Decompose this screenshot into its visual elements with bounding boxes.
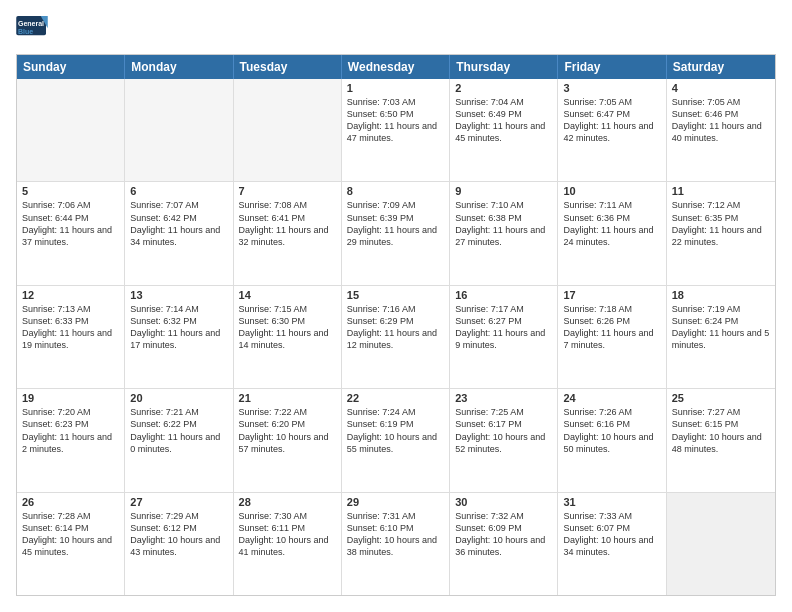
- calendar-cell: 30Sunrise: 7:32 AM Sunset: 6:09 PM Dayli…: [450, 493, 558, 595]
- header-friday: Friday: [558, 55, 666, 79]
- day-number: 28: [239, 496, 336, 508]
- calendar-cell: 3Sunrise: 7:05 AM Sunset: 6:47 PM Daylig…: [558, 79, 666, 181]
- calendar-cell: [234, 79, 342, 181]
- calendar-week-3: 12Sunrise: 7:13 AM Sunset: 6:33 PM Dayli…: [17, 286, 775, 389]
- calendar-cell: [125, 79, 233, 181]
- header-monday: Monday: [125, 55, 233, 79]
- day-number: 6: [130, 185, 227, 197]
- day-number: 20: [130, 392, 227, 404]
- day-number: 27: [130, 496, 227, 508]
- day-number: 25: [672, 392, 770, 404]
- cell-text: Sunrise: 7:10 AM Sunset: 6:38 PM Dayligh…: [455, 199, 552, 248]
- day-number: 17: [563, 289, 660, 301]
- header: General Blue: [16, 16, 776, 44]
- header-saturday: Saturday: [667, 55, 775, 79]
- cell-text: Sunrise: 7:33 AM Sunset: 6:07 PM Dayligh…: [563, 510, 660, 559]
- calendar-cell: 24Sunrise: 7:26 AM Sunset: 6:16 PM Dayli…: [558, 389, 666, 491]
- cell-text: Sunrise: 7:14 AM Sunset: 6:32 PM Dayligh…: [130, 303, 227, 352]
- page: General Blue Sunday Monday Tuesday Wedne…: [0, 0, 792, 612]
- cell-text: Sunrise: 7:28 AM Sunset: 6:14 PM Dayligh…: [22, 510, 119, 559]
- calendar-cell: 20Sunrise: 7:21 AM Sunset: 6:22 PM Dayli…: [125, 389, 233, 491]
- calendar-header: Sunday Monday Tuesday Wednesday Thursday…: [17, 55, 775, 79]
- cell-text: Sunrise: 7:09 AM Sunset: 6:39 PM Dayligh…: [347, 199, 444, 248]
- day-number: 10: [563, 185, 660, 197]
- cell-text: Sunrise: 7:29 AM Sunset: 6:12 PM Dayligh…: [130, 510, 227, 559]
- svg-text:General: General: [18, 20, 44, 27]
- cell-text: Sunrise: 7:21 AM Sunset: 6:22 PM Dayligh…: [130, 406, 227, 455]
- calendar-cell: 10Sunrise: 7:11 AM Sunset: 6:36 PM Dayli…: [558, 182, 666, 284]
- calendar-cell: 27Sunrise: 7:29 AM Sunset: 6:12 PM Dayli…: [125, 493, 233, 595]
- calendar-cell: 16Sunrise: 7:17 AM Sunset: 6:27 PM Dayli…: [450, 286, 558, 388]
- header-wednesday: Wednesday: [342, 55, 450, 79]
- cell-text: Sunrise: 7:25 AM Sunset: 6:17 PM Dayligh…: [455, 406, 552, 455]
- day-number: 13: [130, 289, 227, 301]
- day-number: 1: [347, 82, 444, 94]
- day-number: 3: [563, 82, 660, 94]
- day-number: 23: [455, 392, 552, 404]
- header-thursday: Thursday: [450, 55, 558, 79]
- day-number: 4: [672, 82, 770, 94]
- calendar-cell: 1Sunrise: 7:03 AM Sunset: 6:50 PM Daylig…: [342, 79, 450, 181]
- day-number: 12: [22, 289, 119, 301]
- day-number: 11: [672, 185, 770, 197]
- cell-text: Sunrise: 7:05 AM Sunset: 6:47 PM Dayligh…: [563, 96, 660, 145]
- cell-text: Sunrise: 7:16 AM Sunset: 6:29 PM Dayligh…: [347, 303, 444, 352]
- header-sunday: Sunday: [17, 55, 125, 79]
- calendar-cell: 9Sunrise: 7:10 AM Sunset: 6:38 PM Daylig…: [450, 182, 558, 284]
- day-number: 7: [239, 185, 336, 197]
- calendar-cell: 15Sunrise: 7:16 AM Sunset: 6:29 PM Dayli…: [342, 286, 450, 388]
- calendar-week-1: 1Sunrise: 7:03 AM Sunset: 6:50 PM Daylig…: [17, 79, 775, 182]
- calendar-cell: 5Sunrise: 7:06 AM Sunset: 6:44 PM Daylig…: [17, 182, 125, 284]
- cell-text: Sunrise: 7:08 AM Sunset: 6:41 PM Dayligh…: [239, 199, 336, 248]
- cell-text: Sunrise: 7:13 AM Sunset: 6:33 PM Dayligh…: [22, 303, 119, 352]
- day-number: 15: [347, 289, 444, 301]
- cell-text: Sunrise: 7:31 AM Sunset: 6:10 PM Dayligh…: [347, 510, 444, 559]
- day-number: 24: [563, 392, 660, 404]
- calendar-cell: 13Sunrise: 7:14 AM Sunset: 6:32 PM Dayli…: [125, 286, 233, 388]
- calendar-body: 1Sunrise: 7:03 AM Sunset: 6:50 PM Daylig…: [17, 79, 775, 595]
- cell-text: Sunrise: 7:07 AM Sunset: 6:42 PM Dayligh…: [130, 199, 227, 248]
- cell-text: Sunrise: 7:04 AM Sunset: 6:49 PM Dayligh…: [455, 96, 552, 145]
- cell-text: Sunrise: 7:20 AM Sunset: 6:23 PM Dayligh…: [22, 406, 119, 455]
- calendar-cell: 23Sunrise: 7:25 AM Sunset: 6:17 PM Dayli…: [450, 389, 558, 491]
- day-number: 14: [239, 289, 336, 301]
- day-number: 18: [672, 289, 770, 301]
- calendar-cell: 8Sunrise: 7:09 AM Sunset: 6:39 PM Daylig…: [342, 182, 450, 284]
- day-number: 2: [455, 82, 552, 94]
- calendar-week-5: 26Sunrise: 7:28 AM Sunset: 6:14 PM Dayli…: [17, 493, 775, 595]
- cell-text: Sunrise: 7:26 AM Sunset: 6:16 PM Dayligh…: [563, 406, 660, 455]
- calendar-cell: 29Sunrise: 7:31 AM Sunset: 6:10 PM Dayli…: [342, 493, 450, 595]
- cell-text: Sunrise: 7:11 AM Sunset: 6:36 PM Dayligh…: [563, 199, 660, 248]
- calendar-cell: [17, 79, 125, 181]
- svg-text:Blue: Blue: [18, 28, 33, 35]
- day-number: 21: [239, 392, 336, 404]
- calendar-cell: 6Sunrise: 7:07 AM Sunset: 6:42 PM Daylig…: [125, 182, 233, 284]
- calendar-cell: 31Sunrise: 7:33 AM Sunset: 6:07 PM Dayli…: [558, 493, 666, 595]
- day-number: 8: [347, 185, 444, 197]
- calendar-cell: 11Sunrise: 7:12 AM Sunset: 6:35 PM Dayli…: [667, 182, 775, 284]
- calendar-cell: 26Sunrise: 7:28 AM Sunset: 6:14 PM Dayli…: [17, 493, 125, 595]
- header-tuesday: Tuesday: [234, 55, 342, 79]
- calendar-cell: 28Sunrise: 7:30 AM Sunset: 6:11 PM Dayli…: [234, 493, 342, 595]
- calendar-cell: 22Sunrise: 7:24 AM Sunset: 6:19 PM Dayli…: [342, 389, 450, 491]
- day-number: 31: [563, 496, 660, 508]
- day-number: 30: [455, 496, 552, 508]
- cell-text: Sunrise: 7:03 AM Sunset: 6:50 PM Dayligh…: [347, 96, 444, 145]
- cell-text: Sunrise: 7:15 AM Sunset: 6:30 PM Dayligh…: [239, 303, 336, 352]
- calendar-cell: 19Sunrise: 7:20 AM Sunset: 6:23 PM Dayli…: [17, 389, 125, 491]
- calendar-cell: 4Sunrise: 7:05 AM Sunset: 6:46 PM Daylig…: [667, 79, 775, 181]
- calendar-cell: 17Sunrise: 7:18 AM Sunset: 6:26 PM Dayli…: [558, 286, 666, 388]
- cell-text: Sunrise: 7:32 AM Sunset: 6:09 PM Dayligh…: [455, 510, 552, 559]
- calendar-week-4: 19Sunrise: 7:20 AM Sunset: 6:23 PM Dayli…: [17, 389, 775, 492]
- cell-text: Sunrise: 7:12 AM Sunset: 6:35 PM Dayligh…: [672, 199, 770, 248]
- day-number: 9: [455, 185, 552, 197]
- day-number: 5: [22, 185, 119, 197]
- calendar-cell: 18Sunrise: 7:19 AM Sunset: 6:24 PM Dayli…: [667, 286, 775, 388]
- calendar-cell: [667, 493, 775, 595]
- cell-text: Sunrise: 7:30 AM Sunset: 6:11 PM Dayligh…: [239, 510, 336, 559]
- day-number: 29: [347, 496, 444, 508]
- cell-text: Sunrise: 7:24 AM Sunset: 6:19 PM Dayligh…: [347, 406, 444, 455]
- cell-text: Sunrise: 7:27 AM Sunset: 6:15 PM Dayligh…: [672, 406, 770, 455]
- calendar: Sunday Monday Tuesday Wednesday Thursday…: [16, 54, 776, 596]
- cell-text: Sunrise: 7:19 AM Sunset: 6:24 PM Dayligh…: [672, 303, 770, 352]
